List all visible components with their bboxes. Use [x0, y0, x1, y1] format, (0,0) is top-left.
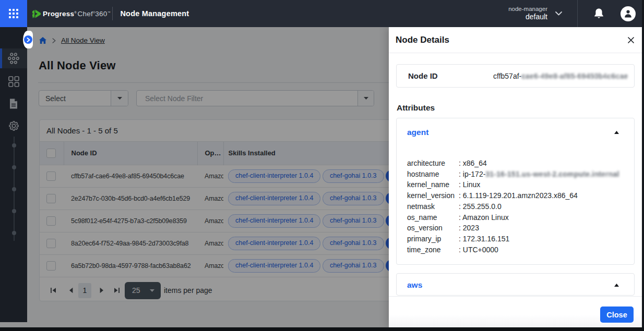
- agent-section: agent architecture: x86_64hostname: ip-1…: [396, 118, 635, 265]
- chevron-down-icon[interactable]: [555, 11, 562, 16]
- node-id-field: Node ID cffb57af-cae6-49e8-af85-69450b4c…: [396, 64, 635, 88]
- attribute-key: os_version: [407, 223, 459, 234]
- brand-logo: Progress® Chef®360™: [32, 9, 110, 18]
- close-icon: [628, 37, 634, 43]
- attribute-row: architecture: x86_64: [407, 158, 624, 169]
- top-bar: Progress® Chef®360™ Node Management node…: [0, 0, 644, 27]
- org-name: default: [526, 13, 547, 22]
- app-title: Node Management: [120, 9, 189, 18]
- attribute-value: : 2023: [459, 223, 479, 234]
- node-details-drawer: Node Details Node ID cffb57af-cae6-49e8-…: [389, 27, 642, 327]
- attribute-row: kernel_version: 6.1.119-129.201.amzn2023…: [407, 190, 624, 201]
- user-menu-button[interactable]: [621, 6, 636, 21]
- drawer-footer: Close: [389, 296, 642, 327]
- attribute-row: os_version: 2023: [407, 223, 624, 234]
- window-border-right: [642, 0, 644, 331]
- attribute-row: kernel_name: Linux: [407, 179, 624, 190]
- attribute-key: architecture: [407, 158, 459, 169]
- attribute-key: netmask: [407, 201, 459, 212]
- agent-section-title: agent: [407, 128, 428, 137]
- notifications-button[interactable]: [594, 8, 604, 19]
- attribute-value: : Amazon Linux: [459, 212, 509, 223]
- app-window: Progress® Chef®360™ Node Management node…: [0, 0, 644, 331]
- redacted-text: cae6-49e8-af85-69450b4c6cae: [521, 72, 628, 80]
- person-icon: [624, 9, 632, 18]
- sidebar-expander: [23, 31, 33, 48]
- waffle-icon: [9, 9, 18, 18]
- org-switcher[interactable]: node-manager default: [508, 5, 547, 22]
- agent-attributes: architecture: x86_64hostname: ip-172-31-…: [407, 158, 624, 264]
- topbar-divider-2: [577, 0, 578, 27]
- attribute-row: os_name: Amazon Linux: [407, 212, 624, 223]
- expand-sidebar-button[interactable]: [24, 35, 32, 44]
- close-drawer-button[interactable]: [627, 36, 635, 44]
- window-border-bottom: [0, 327, 644, 331]
- attribute-key: kernel_version: [407, 190, 459, 201]
- modal-overlay[interactable]: [0, 27, 389, 327]
- attribute-key: os_name: [407, 212, 459, 223]
- redacted-text: 31-16-151.us-west-2.compute.internal: [485, 170, 619, 178]
- app-launcher-button[interactable]: [0, 0, 27, 27]
- attribute-row: hostname: ip-172-31-16-151.us-west-2.com…: [407, 169, 624, 180]
- attribute-row: primary_ip: 172.31.16.151: [407, 234, 624, 244]
- attribute-key: hostname: [407, 169, 459, 180]
- aws-section: aws: [396, 273, 635, 296]
- attribute-row: netmask: 255.255.0.0: [407, 201, 624, 212]
- aws-section-title: aws: [407, 280, 422, 290]
- attribute-row: time_zone: UTC+0000: [407, 244, 624, 255]
- attribute-key: primary_ip: [407, 234, 459, 244]
- attribute-value: : ip-172-31-16-151.us-west-2.compute.int…: [459, 169, 619, 180]
- drawer-title: Node Details: [396, 35, 449, 45]
- org-role-label: node-manager: [508, 5, 547, 13]
- attribute-key: kernel_name: [407, 179, 459, 190]
- node-id-value: cffb57af-cae6-49e8-af85-69450b4c6cae: [493, 72, 628, 80]
- attribute-value: : 172.31.16.151: [459, 234, 509, 244]
- brand-chef360: Chef®360™: [78, 10, 111, 18]
- aws-section-header[interactable]: aws: [397, 274, 634, 290]
- attributes-label: Attributes: [397, 103, 635, 113]
- drawer-header: Node Details: [389, 27, 642, 53]
- brand-progress: Progress®: [43, 10, 77, 18]
- attribute-key: time_zone: [407, 244, 459, 255]
- progress-logo-icon: [32, 9, 41, 18]
- attribute-value: : UTC+0000: [459, 244, 498, 255]
- chevron-right-icon: [27, 38, 30, 42]
- topbar-divider: [112, 7, 113, 20]
- attribute-value: : 255.255.0.0: [459, 201, 502, 212]
- attribute-value: : x86_64: [459, 158, 487, 169]
- collapse-icon[interactable]: [614, 131, 619, 134]
- attribute-value: : 6.1.119-129.201.amzn2023.x86_64: [459, 190, 578, 201]
- attribute-value: : Linux: [459, 179, 480, 190]
- close-button[interactable]: Close: [600, 307, 634, 323]
- agent-section-header[interactable]: agent: [397, 118, 634, 137]
- node-id-label: Node ID: [408, 71, 438, 80]
- drawer-body: Node ID cffb57af-cae6-49e8-af85-69450b4c…: [389, 53, 642, 296]
- collapse-icon[interactable]: [614, 284, 619, 287]
- bell-icon: [594, 8, 604, 19]
